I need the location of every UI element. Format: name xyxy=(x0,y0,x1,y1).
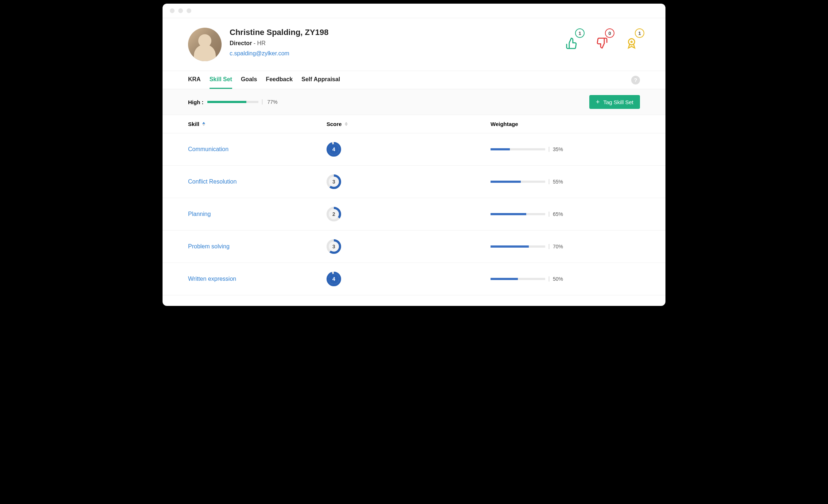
window-controls xyxy=(170,8,191,13)
content-area: Christine Spalding, ZY198 Director - HR … xyxy=(163,18,665,295)
sort-icon xyxy=(345,122,348,126)
profile-email[interactable]: c.spalding@zylker.com xyxy=(230,50,289,56)
profile-info: Christine Spalding, ZY198 Director - HR … xyxy=(230,28,328,57)
sort-up-icon xyxy=(202,122,205,124)
weight-tick xyxy=(549,212,549,217)
weight-percent: 55% xyxy=(553,179,563,185)
app-window: Christine Spalding, ZY198 Director - HR … xyxy=(163,4,665,306)
weight-progress-fill xyxy=(491,278,518,280)
weight-cell: 35% xyxy=(491,146,640,152)
column-score[interactable]: Score xyxy=(327,121,491,127)
table-row: Conflict Resolution 355% xyxy=(163,166,665,198)
sort-down-icon xyxy=(345,124,348,126)
window-maximize-button[interactable] xyxy=(187,8,191,13)
award-icon xyxy=(625,37,638,50)
stat-award-count: 1 xyxy=(635,28,644,38)
high-progress-fill xyxy=(207,101,247,103)
skill-name[interactable]: Planning xyxy=(188,211,327,217)
weight-progress-fill xyxy=(491,213,526,215)
high-percent: 77% xyxy=(267,99,278,105)
tabs: KRASkill SetGoalsFeedbackSelf Appraisal? xyxy=(163,71,665,89)
weight-progress xyxy=(491,278,545,280)
tab-goals[interactable]: Goals xyxy=(241,71,257,89)
skill-name[interactable]: Written expression xyxy=(188,276,327,282)
skill-name[interactable]: Problem solving xyxy=(188,243,327,250)
window-close-button[interactable] xyxy=(170,8,175,13)
profile-role: Director - HR xyxy=(230,40,328,47)
high-tick xyxy=(262,99,262,105)
window-titlebar xyxy=(163,4,665,18)
column-skill[interactable]: Skill xyxy=(188,121,327,127)
column-weightage-label: Weightage xyxy=(491,121,518,127)
weight-tick xyxy=(549,276,549,281)
stat-thumbs-down-count: 0 xyxy=(605,28,614,38)
tab-skill-set[interactable]: Skill Set xyxy=(210,71,232,89)
weight-progress-fill xyxy=(491,181,521,183)
window-minimize-button[interactable] xyxy=(178,8,183,13)
score-circle: 3 xyxy=(327,174,341,189)
plus-icon: + xyxy=(596,99,600,105)
table-row: Problem solving 370% xyxy=(163,231,665,263)
weight-cell: 70% xyxy=(491,244,640,249)
score-circle: 3 xyxy=(327,239,341,254)
weight-cell: 50% xyxy=(491,276,640,282)
tag-skill-set-button[interactable]: + Tag Skill Set xyxy=(589,95,640,109)
tab-feedback[interactable]: Feedback xyxy=(266,71,293,89)
score-circle: 2 xyxy=(327,207,341,221)
table-row: Planning 265% xyxy=(163,198,665,231)
score-value: 4 xyxy=(332,146,335,152)
score-cell: 4 xyxy=(327,142,491,157)
weight-percent: 50% xyxy=(553,276,563,282)
score-value: 2 xyxy=(332,211,335,217)
high-left: High : 77% xyxy=(188,99,278,105)
column-score-label: Score xyxy=(327,121,342,127)
tab-kra[interactable]: KRA xyxy=(188,71,201,89)
score-cell: 3 xyxy=(327,174,491,189)
weight-progress xyxy=(491,245,545,248)
skill-name[interactable]: Communication xyxy=(188,146,327,153)
tab-self-appraisal[interactable]: Self Appraisal xyxy=(301,71,340,89)
column-weightage: Weightage xyxy=(491,121,640,127)
weight-progress xyxy=(491,148,545,150)
weight-progress-fill xyxy=(491,245,529,248)
score-cell: 2 xyxy=(327,207,491,221)
stat-thumbs-up-count: 1 xyxy=(575,28,585,38)
weight-cell: 55% xyxy=(491,179,640,185)
score-cell: 3 xyxy=(327,239,491,254)
weight-progress-fill xyxy=(491,148,510,150)
column-skill-label: Skill xyxy=(188,121,199,127)
score-circle: 4 xyxy=(327,142,341,157)
score-value: 4 xyxy=(332,276,335,282)
weight-percent: 65% xyxy=(553,211,563,217)
skill-name[interactable]: Conflict Resolution xyxy=(188,178,327,185)
profile-block: Christine Spalding, ZY198 Director - HR … xyxy=(188,28,328,61)
table-body: Communication 435%Conflict Resolution 35… xyxy=(163,133,665,295)
score-value: 3 xyxy=(332,244,335,249)
stat-award[interactable]: 1 xyxy=(625,31,640,50)
high-progress xyxy=(207,101,258,103)
table-row: Written expression 450% xyxy=(163,263,665,295)
role-dept: - HR xyxy=(252,40,265,46)
weight-tick xyxy=(549,244,549,249)
avatar xyxy=(188,28,222,61)
score-circle: 4 xyxy=(327,272,341,286)
weight-percent: 35% xyxy=(553,146,563,152)
score-value: 3 xyxy=(332,179,335,185)
thumbs-down-icon xyxy=(595,37,608,50)
help-icon[interactable]: ? xyxy=(631,76,640,84)
weight-percent: 70% xyxy=(553,244,563,249)
profile-header: Christine Spalding, ZY198 Director - HR … xyxy=(163,18,665,71)
role-title: Director xyxy=(230,40,252,46)
weight-progress xyxy=(491,181,545,183)
score-cell: 4 xyxy=(327,272,491,286)
sort-icon xyxy=(202,122,205,126)
stat-thumbs-up[interactable]: 1 xyxy=(566,31,580,50)
stat-thumbs-down[interactable]: 0 xyxy=(595,31,610,50)
weight-cell: 65% xyxy=(491,211,640,217)
weight-progress xyxy=(491,213,545,215)
sort-down-icon xyxy=(202,124,205,126)
sort-up-icon xyxy=(345,122,348,124)
profile-name: Christine Spalding, ZY198 xyxy=(230,28,328,37)
thumbs-up-icon xyxy=(566,37,578,50)
weight-tick xyxy=(549,147,549,152)
